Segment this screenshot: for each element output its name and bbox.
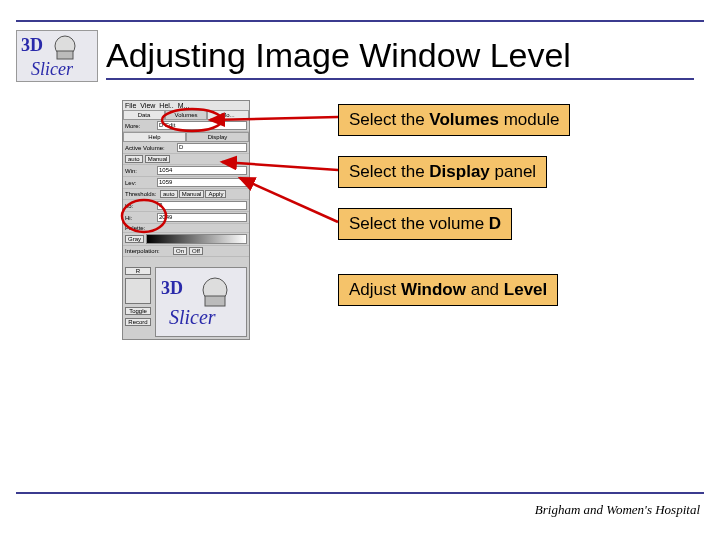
callout-volume-d: Select the volume D bbox=[338, 208, 512, 240]
tab-data[interactable]: Data bbox=[123, 110, 165, 120]
menu-view[interactable]: View bbox=[140, 102, 155, 109]
page-title: Adjusting Image Window Level bbox=[106, 36, 571, 75]
more-label: More: bbox=[125, 123, 155, 129]
footer-rule bbox=[16, 492, 704, 494]
svg-rect-1 bbox=[57, 51, 73, 59]
callout-display: Select the Display panel bbox=[338, 156, 547, 188]
palette-label: Palette: bbox=[125, 225, 155, 231]
palette-gradient bbox=[146, 234, 247, 244]
active-volume-field[interactable]: D bbox=[177, 143, 247, 152]
svg-text:3D: 3D bbox=[161, 278, 183, 298]
tab-volumes[interactable]: Volumes bbox=[165, 110, 207, 120]
lo-field[interactable]: 0 bbox=[157, 201, 247, 210]
module-tabs: Data Volumes Mo... bbox=[123, 110, 249, 120]
win-field[interactable]: 1054 bbox=[157, 166, 247, 175]
title-underline bbox=[106, 78, 694, 80]
thresh-manual[interactable]: Manual bbox=[179, 190, 205, 198]
logo-3d: 3D bbox=[21, 35, 43, 55]
thresh-auto[interactable]: auto bbox=[160, 190, 178, 198]
auto-button[interactable]: auto bbox=[125, 155, 143, 163]
slider[interactable] bbox=[125, 278, 151, 304]
win-label: Win: bbox=[125, 168, 155, 174]
tab-display[interactable]: Display bbox=[186, 132, 249, 142]
interp-on[interactable]: On bbox=[173, 247, 187, 255]
panel-tabs: Help Display bbox=[123, 132, 249, 142]
manual-button[interactable]: Manual bbox=[145, 155, 171, 163]
preview-pane: 3D Slicer bbox=[155, 267, 247, 337]
tab-help[interactable]: Help bbox=[123, 132, 186, 142]
svg-text:Slicer: Slicer bbox=[169, 306, 216, 328]
interp-off[interactable]: Off bbox=[189, 247, 203, 255]
lev-label: Lev: bbox=[125, 180, 155, 186]
arrow-volume-d bbox=[240, 178, 338, 222]
logo-slicer: Slicer bbox=[31, 59, 74, 79]
top-rule bbox=[16, 20, 704, 22]
lev-field[interactable]: 1059 bbox=[157, 178, 247, 187]
app-screenshot: File View Hel.. M... Data Volumes Mo... … bbox=[122, 100, 250, 340]
callout-window-level: Adjust Window and Level bbox=[338, 274, 558, 306]
active-volume-label: Active Volume: bbox=[125, 145, 175, 151]
r-button[interactable]: R bbox=[125, 267, 151, 275]
gray-button[interactable]: Gray bbox=[125, 235, 144, 243]
more-field[interactable]: D Edit bbox=[157, 121, 247, 130]
menu-help[interactable]: Hel.. bbox=[159, 102, 173, 109]
svg-rect-4 bbox=[205, 296, 225, 306]
tab-mo[interactable]: Mo... bbox=[207, 110, 249, 120]
menu-more[interactable]: M... bbox=[178, 102, 190, 109]
menubar: File View Hel.. M... bbox=[123, 101, 249, 110]
hi-label: Hi: bbox=[125, 215, 155, 221]
toggle-button[interactable]: Toggle bbox=[125, 307, 151, 315]
interp-label: Interpolation: bbox=[125, 248, 171, 254]
record-button[interactable]: Record bbox=[125, 318, 151, 326]
thresh-label: Thresholds: bbox=[125, 191, 159, 197]
hi-field[interactable]: 2049 bbox=[157, 213, 247, 222]
footer-text: Brigham and Women's Hospital bbox=[535, 502, 700, 518]
lo-label: Lo: bbox=[125, 203, 155, 209]
thresh-apply[interactable]: Apply bbox=[205, 190, 226, 198]
arrows-overlay bbox=[0, 0, 720, 540]
callout-volumes: Select the Volumes module bbox=[338, 104, 570, 136]
menu-file[interactable]: File bbox=[125, 102, 136, 109]
slicer-logo: 3D Slicer bbox=[16, 30, 98, 82]
